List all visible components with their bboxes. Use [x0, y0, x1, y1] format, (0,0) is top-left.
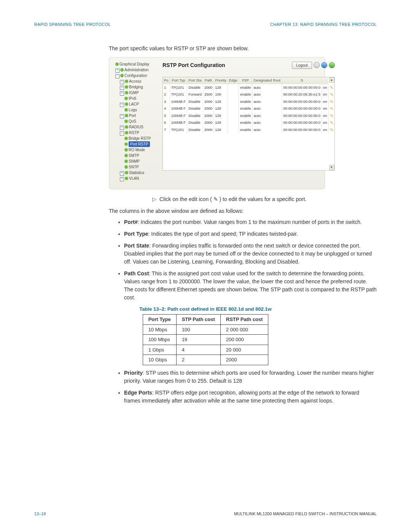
table-row[interactable]: 4100MB FDisable2000128enableauto00:00:00… [163, 105, 335, 112]
triangle-icon: ▷ [152, 195, 156, 203]
nav-item[interactable]: +RADIUS [113, 124, 159, 130]
node-icon [120, 74, 124, 77]
node-icon [125, 85, 128, 89]
node-icon [125, 177, 128, 180]
node-icon [124, 108, 128, 112]
edit-icon[interactable]: ✎ [330, 106, 333, 111]
definition-item: Port State: Forwarding implies traffic i… [124, 242, 377, 266]
definitions-list: Port#: Indicates the port number. Value … [116, 218, 377, 302]
node-icon [124, 120, 128, 123]
expand-icon[interactable]: − [115, 74, 119, 78]
column-header[interactable]: Priority [214, 77, 228, 84]
rstp-window: Graphical Display+Administration−Configu… [109, 57, 325, 189]
expand-icon[interactable]: + [115, 69, 119, 73]
table-row[interactable]: 7TP(10/1Disable2000128enableauto00:00:00… [163, 126, 335, 134]
print-icon[interactable] [314, 62, 320, 68]
table-row[interactable]: 5100MB FDisable2000128enableauto00:00:00… [163, 112, 335, 120]
node-icon [125, 80, 128, 83]
port-grid: ▴ PoPort TypPort StaPathPriorityEdgeP2PD… [162, 77, 335, 171]
nav-item[interactable]: Bridge RSTP [113, 136, 159, 141]
node-icon [124, 142, 128, 146]
nav-item[interactable]: +Administration [113, 67, 159, 73]
edit-icon[interactable]: ✎ [330, 99, 333, 104]
cost-header: Port Type [143, 315, 176, 325]
nav-tree: Graphical Display+Administration−Configu… [113, 61, 159, 181]
nav-item[interactable]: Logs [113, 107, 159, 113]
expand-icon[interactable]: + [120, 91, 124, 96]
nav-item[interactable]: −RSTP [113, 130, 159, 136]
node-icon [125, 125, 128, 129]
expand-icon[interactable]: + [120, 114, 124, 118]
node-icon [125, 131, 128, 134]
node-icon [125, 171, 128, 174]
click-instruction: Click on the edit icon ( ✎ ) to edit the… [159, 195, 306, 203]
cost-header: STP Path cost [176, 315, 220, 325]
definition-item: Port#: Indicates the port number. Value … [124, 218, 377, 226]
column-header[interactable]: S [282, 77, 322, 84]
logout-button[interactable]: Logout [292, 62, 312, 69]
help-icon[interactable] [329, 62, 335, 68]
edit-icon[interactable]: ✎ [330, 120, 333, 125]
nav-item[interactable]: SNMP [113, 158, 159, 164]
column-header[interactable] [322, 77, 328, 84]
expand-icon[interactable]: + [120, 171, 124, 176]
nav-item[interactable]: Graphical Display [113, 61, 159, 67]
nav-item[interactable]: RO Mode [113, 147, 159, 153]
column-header[interactable]: P2P [239, 77, 252, 84]
column-header[interactable]: Path [203, 77, 214, 84]
intro-text: The port specific values for RSTP or STP… [109, 45, 377, 53]
nav-item[interactable]: +Statistics [113, 170, 159, 176]
expand-icon[interactable]: + [120, 177, 124, 181]
path-cost-table: Port TypeSTP Path costRSTP Path cost10 M… [143, 314, 269, 365]
nav-item[interactable]: +Port [113, 113, 159, 118]
nav-item[interactable]: Port RSTP [113, 141, 159, 147]
definition-item: Edge Ports: RSTP offers edge port recogn… [124, 389, 377, 405]
page-number: 13–18 [34, 511, 46, 517]
edit-icon[interactable]: ✎ [330, 113, 333, 118]
definitions-list-2: Priority: STP uses this to determine whi… [116, 369, 377, 405]
header-left: RAPID SPANNING TREE PROTOCOL [34, 21, 111, 28]
nav-item[interactable]: −Configuration [113, 73, 159, 78]
scroll-down-icon[interactable]: ▾ [329, 165, 335, 170]
columns-intro: The columns in the above window are defi… [109, 207, 377, 215]
cost-row: 10 Mbps1002 000 000 [143, 324, 268, 335]
expand-icon[interactable]: + [120, 86, 124, 90]
expand-icon[interactable]: + [120, 126, 124, 130]
node-icon [124, 137, 128, 140]
column-header[interactable]: Port Typ [170, 77, 187, 84]
column-header[interactable]: Port Sta [187, 77, 203, 84]
expand-icon[interactable]: + [120, 103, 124, 107]
nav-item[interactable]: +Bridging [113, 84, 159, 90]
node-icon [124, 148, 128, 152]
definition-item: Port Type: Indicates the type of port an… [124, 230, 377, 238]
nav-item[interactable]: QoS [113, 118, 159, 124]
nav-item[interactable]: +Access [113, 78, 159, 84]
edit-icon[interactable]: ✎ [330, 128, 333, 132]
edit-icon[interactable]: ✎ [330, 85, 333, 90]
nav-item[interactable]: SNTP [113, 164, 159, 170]
nav-item[interactable]: +IGMP [113, 90, 159, 96]
column-header[interactable]: Po [163, 77, 170, 84]
expand-icon[interactable]: + [120, 80, 124, 84]
scroll-up-icon[interactable]: ▴ [329, 77, 335, 83]
nav-item[interactable]: SMTP [113, 153, 159, 158]
edit-icon[interactable]: ✎ [330, 92, 333, 97]
cost-header: RSTP Path cost [220, 315, 268, 325]
node-icon [124, 165, 128, 169]
window-title: RSTP Port Configuration [162, 61, 225, 69]
nav-item[interactable]: IPv6 [113, 96, 159, 101]
table-row[interactable]: 6100MB FDisable2000128enableauto00:00:00… [163, 119, 335, 126]
cost-row: 1 Gbps420 000 [143, 345, 268, 355]
node-icon [120, 68, 124, 72]
table-row[interactable]: 2TP(10/1Forward2500100enableauto80:00:00… [163, 91, 335, 98]
node-icon [124, 97, 128, 100]
refresh-icon[interactable] [321, 62, 327, 68]
nav-item[interactable]: +VLAN [113, 176, 159, 181]
nav-item[interactable]: +LACP [113, 101, 159, 107]
table-row[interactable]: 3100MB FDisable2000128enableauto00:00:00… [163, 98, 335, 105]
column-header[interactable]: Edge [228, 77, 239, 84]
expand-icon[interactable]: − [120, 131, 124, 136]
column-header[interactable]: Designated Root [252, 77, 282, 84]
definition-item: Path Cost: This is the assigned port cos… [124, 270, 377, 302]
table-row[interactable]: 1TP(10/1Disable2000128enableauto00:00:00… [163, 84, 335, 91]
